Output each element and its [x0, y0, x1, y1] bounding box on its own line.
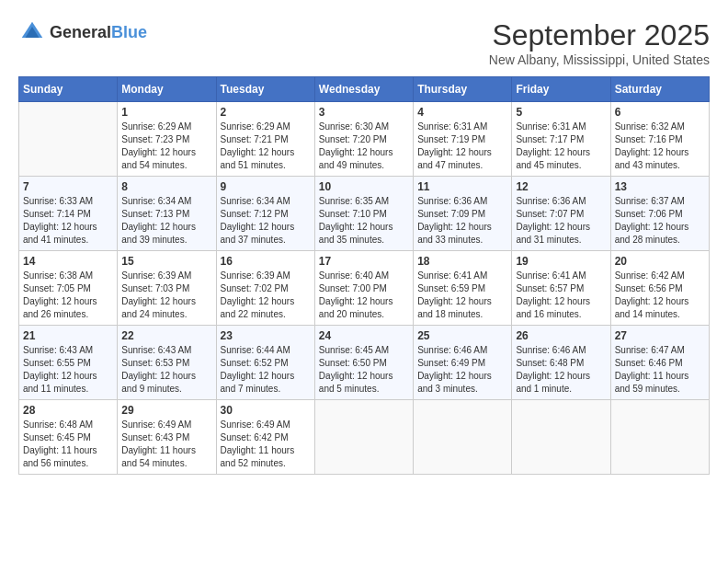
day-cell: 25Sunrise: 6:46 AMSunset: 6:49 PMDayligh… — [414, 326, 512, 400]
page-header: GeneralBlue September 2025 New Albany, M… — [18, 18, 710, 67]
day-number: 6 — [615, 106, 705, 119]
day-info: Sunrise: 6:34 AMSunset: 7:12 PMDaylight:… — [221, 195, 311, 247]
header-cell-thursday: Thursday — [414, 77, 512, 102]
day-number: 11 — [417, 180, 507, 193]
day-number: 8 — [121, 180, 211, 193]
day-cell — [610, 400, 709, 475]
title-area: September 2025 New Albany, Mississippi, … — [489, 18, 710, 67]
day-cell: 4Sunrise: 6:31 AMSunset: 7:19 PMDaylight… — [414, 102, 512, 177]
week-row-1: 1Sunrise: 6:29 AMSunset: 7:23 PMDaylight… — [19, 102, 710, 177]
day-cell: 21Sunrise: 6:43 AMSunset: 6:55 PMDayligh… — [19, 326, 118, 400]
day-cell: 5Sunrise: 6:31 AMSunset: 7:17 PMDaylight… — [512, 102, 610, 177]
day-number: 16 — [221, 255, 311, 268]
day-number: 28 — [23, 404, 113, 417]
day-cell: 17Sunrise: 6:40 AMSunset: 7:00 PMDayligh… — [314, 251, 413, 326]
header-cell-monday: Monday — [118, 77, 216, 102]
day-info: Sunrise: 6:32 AMSunset: 7:16 PMDaylight:… — [615, 121, 705, 172]
day-info: Sunrise: 6:31 AMSunset: 7:17 PMDaylight:… — [516, 121, 606, 172]
day-cell: 30Sunrise: 6:49 AMSunset: 6:42 PMDayligh… — [216, 400, 314, 475]
day-info: Sunrise: 6:39 AMSunset: 7:02 PMDaylight:… — [221, 270, 311, 321]
day-cell — [414, 400, 512, 475]
week-row-5: 28Sunrise: 6:48 AMSunset: 6:45 PMDayligh… — [19, 400, 710, 475]
header-cell-tuesday: Tuesday — [216, 77, 314, 102]
day-info: Sunrise: 6:29 AMSunset: 7:23 PMDaylight:… — [121, 121, 211, 172]
day-cell: 16Sunrise: 6:39 AMSunset: 7:02 PMDayligh… — [216, 251, 314, 326]
day-info: Sunrise: 6:31 AMSunset: 7:19 PMDaylight:… — [417, 121, 507, 172]
calendar-table: SundayMondayTuesdayWednesdayThursdayFrid… — [18, 76, 710, 475]
day-number: 7 — [23, 180, 113, 193]
day-cell: 7Sunrise: 6:33 AMSunset: 7:14 PMDaylight… — [19, 177, 118, 251]
week-row-4: 21Sunrise: 6:43 AMSunset: 6:55 PMDayligh… — [19, 326, 710, 400]
day-cell: 23Sunrise: 6:44 AMSunset: 6:52 PMDayligh… — [216, 326, 314, 400]
day-info: Sunrise: 6:41 AMSunset: 6:57 PMDaylight:… — [516, 270, 606, 321]
day-info: Sunrise: 6:29 AMSunset: 7:21 PMDaylight:… — [221, 121, 311, 172]
header-row: SundayMondayTuesdayWednesdayThursdayFrid… — [19, 77, 710, 102]
location-title: New Albany, Mississippi, United States — [489, 52, 710, 67]
day-info: Sunrise: 6:48 AMSunset: 6:45 PMDaylight:… — [23, 419, 113, 470]
day-cell: 24Sunrise: 6:45 AMSunset: 6:50 PMDayligh… — [314, 326, 413, 400]
day-number: 13 — [615, 180, 705, 193]
day-cell — [314, 400, 413, 475]
logo-general-text: GeneralBlue — [50, 23, 147, 42]
day-number: 27 — [615, 329, 705, 342]
day-cell: 10Sunrise: 6:35 AMSunset: 7:10 PMDayligh… — [314, 177, 413, 251]
day-cell: 27Sunrise: 6:47 AMSunset: 6:46 PMDayligh… — [610, 326, 709, 400]
day-info: Sunrise: 6:37 AMSunset: 7:06 PMDaylight:… — [615, 195, 705, 247]
week-row-2: 7Sunrise: 6:33 AMSunset: 7:14 PMDaylight… — [19, 177, 710, 251]
day-info: Sunrise: 6:49 AMSunset: 6:43 PMDaylight:… — [121, 419, 211, 470]
day-number: 10 — [319, 180, 409, 193]
day-info: Sunrise: 6:36 AMSunset: 7:09 PMDaylight:… — [417, 195, 507, 247]
day-number: 4 — [417, 106, 507, 119]
day-cell: 6Sunrise: 6:32 AMSunset: 7:16 PMDaylight… — [610, 102, 709, 177]
day-cell: 2Sunrise: 6:29 AMSunset: 7:21 PMDaylight… — [216, 102, 314, 177]
day-cell: 20Sunrise: 6:42 AMSunset: 6:56 PMDayligh… — [610, 251, 709, 326]
day-info: Sunrise: 6:43 AMSunset: 6:53 PMDaylight:… — [121, 344, 211, 396]
day-info: Sunrise: 6:45 AMSunset: 6:50 PMDaylight:… — [319, 344, 409, 396]
day-info: Sunrise: 6:44 AMSunset: 6:52 PMDaylight:… — [221, 344, 311, 396]
day-info: Sunrise: 6:35 AMSunset: 7:10 PMDaylight:… — [319, 195, 409, 247]
day-cell — [19, 102, 118, 177]
day-info: Sunrise: 6:43 AMSunset: 6:55 PMDaylight:… — [23, 344, 113, 396]
week-row-3: 14Sunrise: 6:38 AMSunset: 7:05 PMDayligh… — [19, 251, 710, 326]
day-number: 20 — [615, 255, 705, 268]
day-info: Sunrise: 6:30 AMSunset: 7:20 PMDaylight:… — [319, 121, 409, 172]
day-info: Sunrise: 6:42 AMSunset: 6:56 PMDaylight:… — [615, 270, 705, 321]
day-number: 1 — [121, 106, 211, 119]
day-cell: 26Sunrise: 6:46 AMSunset: 6:48 PMDayligh… — [512, 326, 610, 400]
day-cell: 18Sunrise: 6:41 AMSunset: 6:59 PMDayligh… — [414, 251, 512, 326]
day-info: Sunrise: 6:36 AMSunset: 7:07 PMDaylight:… — [516, 195, 606, 247]
day-cell: 19Sunrise: 6:41 AMSunset: 6:57 PMDayligh… — [512, 251, 610, 326]
day-number: 26 — [516, 329, 606, 342]
day-cell — [512, 400, 610, 475]
day-cell: 29Sunrise: 6:49 AMSunset: 6:43 PMDayligh… — [118, 400, 216, 475]
day-cell: 28Sunrise: 6:48 AMSunset: 6:45 PMDayligh… — [19, 400, 118, 475]
day-number: 29 — [121, 404, 211, 417]
day-number: 15 — [121, 255, 211, 268]
day-number: 14 — [23, 255, 113, 268]
header-cell-sunday: Sunday — [19, 77, 118, 102]
day-cell: 11Sunrise: 6:36 AMSunset: 7:09 PMDayligh… — [414, 177, 512, 251]
day-number: 2 — [221, 106, 311, 119]
day-number: 23 — [221, 329, 311, 342]
header-cell-friday: Friday — [512, 77, 610, 102]
day-info: Sunrise: 6:47 AMSunset: 6:46 PMDaylight:… — [615, 344, 705, 396]
day-number: 17 — [319, 255, 409, 268]
day-cell: 14Sunrise: 6:38 AMSunset: 7:05 PMDayligh… — [19, 251, 118, 326]
header-cell-saturday: Saturday — [610, 77, 709, 102]
day-number: 3 — [319, 106, 409, 119]
day-info: Sunrise: 6:38 AMSunset: 7:05 PMDaylight:… — [23, 270, 113, 321]
day-cell: 9Sunrise: 6:34 AMSunset: 7:12 PMDaylight… — [216, 177, 314, 251]
day-cell: 22Sunrise: 6:43 AMSunset: 6:53 PMDayligh… — [118, 326, 216, 400]
calendar-body: 1Sunrise: 6:29 AMSunset: 7:23 PMDaylight… — [19, 102, 710, 475]
day-number: 12 — [516, 180, 606, 193]
day-number: 30 — [221, 404, 311, 417]
calendar-header: SundayMondayTuesdayWednesdayThursdayFrid… — [19, 77, 710, 102]
day-info: Sunrise: 6:41 AMSunset: 6:59 PMDaylight:… — [417, 270, 507, 321]
day-info: Sunrise: 6:46 AMSunset: 6:49 PMDaylight:… — [417, 344, 507, 396]
day-number: 19 — [516, 255, 606, 268]
day-cell: 12Sunrise: 6:36 AMSunset: 7:07 PMDayligh… — [512, 177, 610, 251]
logo: GeneralBlue — [18, 18, 147, 46]
day-number: 21 — [23, 329, 113, 342]
day-cell: 13Sunrise: 6:37 AMSunset: 7:06 PMDayligh… — [610, 177, 709, 251]
day-number: 24 — [319, 329, 409, 342]
